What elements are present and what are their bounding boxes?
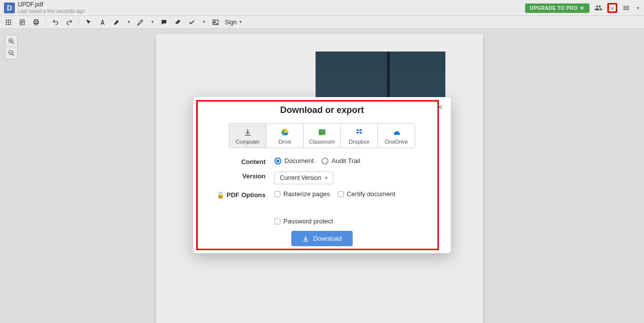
upgrade-label: UPGRADE TO PRO — [530, 5, 578, 11]
sign-label: Sign — [225, 19, 237, 26]
lock-icon: 🔒 — [216, 191, 224, 199]
svg-point-25 — [323, 132, 324, 133]
document-info: UPDF.pdf Last saved a few seconds ago — [18, 1, 85, 13]
checkmark-icon[interactable] — [187, 18, 196, 27]
chevron-down-icon: ▼ — [239, 20, 243, 24]
svg-point-23 — [322, 131, 322, 132]
page-icon[interactable] — [18, 18, 27, 27]
destination-drive[interactable]: Drive — [267, 124, 304, 148]
upgrade-button[interactable]: UPGRADE TO PRO — [525, 3, 590, 13]
version-label: Version — [200, 171, 274, 180]
destination-label: Computer — [236, 139, 260, 145]
destination-computer[interactable]: Computer — [229, 124, 267, 148]
download-icon — [243, 128, 252, 137]
download-icon — [302, 235, 309, 242]
svg-line-10 — [12, 42, 14, 44]
separator — [79, 18, 79, 26]
destination-classroom[interactable]: Classroom — [304, 124, 341, 148]
pointer-icon[interactable] — [84, 18, 93, 27]
document-name[interactable]: UPDF.pdf — [18, 1, 85, 8]
download-button[interactable]: Download — [291, 231, 353, 246]
destination-tabs: Computer Drive Classroom Dropbox OneDriv… — [229, 123, 415, 148]
radio-label: Audit Trail — [331, 157, 360, 164]
zoom-in-button[interactable] — [5, 35, 17, 47]
destination-dropbox[interactable]: Dropbox — [341, 124, 378, 148]
app-logo: D — [4, 2, 15, 13]
destination-label: Classroom — [309, 139, 335, 145]
destination-label: Dropbox — [349, 139, 370, 145]
content-audit-radio[interactable]: Audit Trail — [322, 157, 360, 164]
app-header: D UPDF.pdf Last saved a few seconds ago … — [0, 0, 644, 16]
checkbox-label: Password protect — [283, 217, 333, 225]
redo-icon[interactable] — [65, 18, 74, 27]
destination-onedrive[interactable]: OneDrive — [378, 124, 415, 148]
chevron-down-icon: ▼ — [324, 176, 328, 180]
toolbar: ▼ ▼ ▼ Sign ▼ — [0, 16, 644, 29]
grid-icon[interactable] — [4, 18, 13, 27]
download-button-label: Download — [313, 235, 342, 242]
share-icon[interactable] — [593, 3, 603, 13]
save-status: Last saved a few seconds ago — [18, 8, 85, 14]
checkbox-icon — [338, 191, 344, 197]
radio-checked-icon — [274, 158, 281, 164]
text-icon[interactable] — [98, 18, 107, 27]
modal-title: Download or export — [200, 105, 444, 115]
svg-rect-26 — [322, 134, 324, 135]
rasterize-checkbox[interactable]: Rasterize pages — [274, 190, 330, 198]
image-icon[interactable] — [211, 18, 220, 27]
highlighter-icon[interactable] — [112, 18, 121, 27]
menu-icon[interactable] — [621, 3, 631, 13]
svg-point-24 — [321, 132, 322, 133]
sign-dropdown[interactable]: Sign ▼ — [225, 19, 243, 26]
pdf-options-label: 🔒PDF Options — [200, 190, 274, 199]
undo-icon[interactable] — [51, 18, 60, 27]
checkbox-icon — [274, 191, 280, 197]
radio-unchecked-icon — [322, 158, 328, 164]
print-icon[interactable] — [32, 18, 41, 27]
checkbox-icon — [274, 218, 280, 224]
dropbox-icon — [355, 128, 364, 137]
radio-label: Document — [284, 157, 314, 164]
chevron-down-icon[interactable]: ▼ — [636, 6, 640, 10]
pen-icon[interactable] — [136, 18, 145, 27]
close-button[interactable] — [435, 102, 445, 112]
zoom-controls — [5, 35, 18, 59]
destination-label: OneDrive — [385, 139, 408, 145]
content-label: Content — [200, 157, 274, 165]
eraser-icon[interactable] — [173, 18, 182, 27]
version-value: Current Version — [280, 174, 321, 181]
comment-icon[interactable] — [160, 18, 168, 27]
rocket-icon — [580, 5, 585, 10]
download-export-modal: Download or export Computer Drive Classr… — [193, 97, 451, 253]
classroom-icon — [318, 128, 326, 137]
checkbox-label: Rasterize pages — [283, 190, 330, 198]
download-header-button[interactable] — [607, 3, 617, 13]
content-document-radio[interactable]: Document — [274, 157, 314, 164]
password-checkbox[interactable]: Password protect — [274, 217, 333, 225]
certify-checkbox[interactable]: Certify document — [338, 190, 395, 198]
checkbox-label: Certify document — [347, 190, 395, 198]
chevron-down-icon[interactable]: ▼ — [202, 20, 206, 24]
chevron-down-icon[interactable]: ▼ — [127, 20, 131, 24]
drive-icon — [280, 128, 289, 137]
destination-label: Drive — [278, 139, 291, 145]
separator — [46, 18, 46, 26]
svg-line-14 — [12, 54, 14, 56]
zoom-out-button[interactable] — [5, 47, 17, 59]
chevron-down-icon[interactable]: ▼ — [151, 20, 155, 24]
version-select[interactable]: Current Version ▼ — [274, 171, 333, 184]
onedrive-icon — [392, 128, 401, 137]
